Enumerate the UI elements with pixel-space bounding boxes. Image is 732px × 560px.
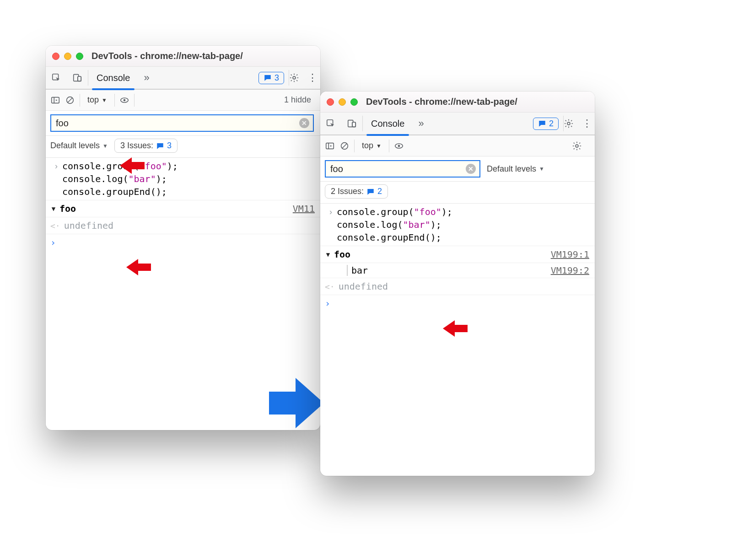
clear-filter-icon[interactable]: ✕ [466,164,476,174]
sidebar-toggle-icon[interactable] [325,141,335,151]
source-link[interactable]: VM199:2 [551,265,591,276]
log-text: bar [351,265,368,276]
disclosure-triangle-icon[interactable]: ▼ [48,205,59,212]
console-settings-icon[interactable] [572,141,587,151]
clear-console-icon[interactable] [339,141,350,151]
kebab-menu-icon[interactable]: ⋮ [305,72,320,84]
filter-input[interactable] [55,118,299,129]
minimize-icon[interactable] [64,53,71,60]
console-group-row[interactable]: ▼ foo VM199:1 [320,246,595,263]
issues-count: 2 [377,187,382,196]
tab-console[interactable]: Console [88,66,138,89]
undefined-label: undefined [339,281,388,292]
prompt-icon: › [325,205,337,218]
svg-point-4 [293,76,296,79]
annotation-arrow-icon [120,157,145,174]
console-prompt[interactable]: › [46,234,320,251]
device-toggle-icon[interactable] [67,66,88,89]
svg-point-18 [576,145,578,147]
log-levels-selector[interactable]: Default levels ▼ [487,164,544,174]
caret-down-icon: ▼ [376,143,382,149]
close-icon[interactable] [327,98,334,106]
window-title: DevTools - chrome://new-tab-page/ [92,51,243,61]
messages-badge[interactable]: 3 [258,72,284,84]
levels-label: Default levels [50,141,100,151]
caret-down-icon: ▼ [102,143,108,149]
console-output: › console.group("foo"); console.log("bar… [320,204,595,312]
context-selector[interactable]: top ▼ [359,141,384,151]
console-group-row[interactable]: ▼ foo VM11 [46,200,320,217]
disclosure-triangle-icon[interactable]: ▼ [322,251,334,258]
device-toggle-icon[interactable] [341,112,362,135]
live-expression-icon[interactable] [394,141,404,151]
inspect-icon[interactable] [320,112,341,135]
messages-badge[interactable]: 2 [533,118,559,130]
svg-rect-5 [52,97,59,103]
minimize-icon[interactable] [339,98,346,106]
console-output: › console.group("foo"); console.log("bar… [46,158,320,251]
prompt-icon: › [50,160,62,172]
zoom-icon[interactable] [350,98,358,106]
group-guide-line [347,265,348,276]
group-name: foo [59,203,76,214]
message-icon [156,142,164,150]
context-label: top [362,141,373,151]
separator [354,140,355,152]
separator [80,94,80,107]
source-link[interactable]: VM11 [293,203,317,214]
issues-button[interactable]: 2 Issues: 2 [325,184,388,199]
svg-rect-11 [352,122,355,127]
console-prompt[interactable]: › [320,295,595,312]
zoom-icon[interactable] [76,53,83,60]
svg-rect-2 [78,76,81,81]
filter-input-box[interactable]: ✕ [50,114,314,132]
live-expression-icon[interactable] [119,95,129,105]
messages-count: 2 [549,119,554,129]
clear-console-icon[interactable] [65,95,75,105]
group-name: foo [334,249,350,260]
tab-console[interactable]: Console [363,112,413,135]
return-value-line: <· undefined [46,217,320,234]
message-icon [366,188,375,196]
console-context-row: top ▼ 1 hidde [46,90,320,111]
svg-point-8 [124,99,126,101]
issues-label: 3 Issues: [120,141,153,151]
devtools-window-after: DevTools - chrome://new-tab-page/ Consol… [320,92,595,476]
inspect-icon[interactable] [46,66,67,89]
svg-point-13 [567,122,570,125]
return-icon: <· [50,221,60,231]
settings-icon[interactable] [289,73,305,83]
more-tabs-icon[interactable]: » [138,72,155,84]
kebab-menu-icon[interactable]: ⋮ [579,118,595,129]
source-link[interactable]: VM199:1 [551,249,591,260]
hidden-messages-label[interactable]: 1 hidde [284,95,316,105]
sidebar-toggle-icon[interactable] [50,95,60,105]
more-tabs-icon[interactable]: » [413,118,429,129]
issues-row: 2 Issues: 2 [320,182,595,204]
clear-filter-icon[interactable]: ✕ [299,118,309,128]
issues-count: 3 [167,141,172,151]
window-title: DevTools - chrome://new-tab-page/ [366,97,517,107]
settings-icon[interactable] [564,118,579,129]
input-echo-line: › console.group("foo"); console.log("bar… [320,204,595,246]
context-selector[interactable]: top ▼ [85,95,110,105]
messages-count: 3 [274,73,279,83]
separator [389,140,389,152]
titlebar[interactable]: DevTools - chrome://new-tab-page/ [46,46,320,67]
filter-input[interactable] [329,163,466,175]
close-icon[interactable] [52,53,59,60]
caret-down-icon: ▼ [102,97,107,103]
annotation-transition-arrow-icon [269,378,324,428]
titlebar[interactable]: DevTools - chrome://new-tab-page/ [320,92,595,113]
code-text: console.group("foo"); console.log("bar")… [337,205,452,244]
filter-row: ✕ Default levels ▼ [320,156,595,182]
svg-rect-14 [326,143,334,149]
separator [114,94,115,107]
filter-input-box[interactable]: ✕ [325,160,480,178]
separator [134,94,135,107]
message-icon [538,119,546,128]
log-levels-selector[interactable]: Default levels ▼ [50,141,108,151]
console-context-row: top ▼ [320,135,595,156]
issues-button[interactable]: 3 Issues: 3 [114,139,178,153]
message-icon [264,74,272,82]
